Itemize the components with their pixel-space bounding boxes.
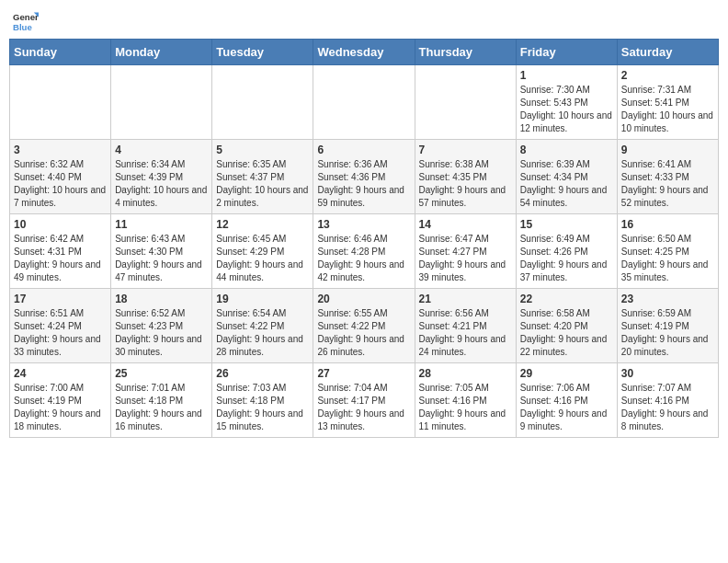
day-number: 30 — [621, 367, 714, 380]
calendar-cell: 8Sunrise: 6:39 AM Sunset: 4:34 PM Daylig… — [516, 140, 617, 214]
calendar-cell: 1Sunrise: 7:30 AM Sunset: 5:43 PM Daylig… — [516, 65, 617, 140]
day-info: Sunrise: 6:34 AM Sunset: 4:39 PM Dayligh… — [115, 158, 208, 210]
day-number: 20 — [317, 293, 410, 305]
day-info: Sunrise: 6:39 AM Sunset: 4:34 PM Dayligh… — [520, 158, 613, 210]
calendar-cell: 5Sunrise: 6:35 AM Sunset: 4:37 PM Daylig… — [212, 140, 313, 214]
calendar-cell: 9Sunrise: 6:41 AM Sunset: 4:33 PM Daylig… — [617, 140, 718, 214]
day-number: 11 — [115, 218, 208, 231]
calendar-table: SundayMondayTuesdayWednesdayThursdayFrid… — [9, 39, 719, 438]
day-number: 17 — [14, 293, 107, 305]
calendar-cell — [212, 65, 313, 140]
calendar-week-row: 24Sunrise: 7:00 AM Sunset: 4:19 PM Dayli… — [10, 363, 719, 438]
calendar-cell: 7Sunrise: 6:38 AM Sunset: 4:35 PM Daylig… — [415, 140, 516, 214]
calendar-cell: 16Sunrise: 6:50 AM Sunset: 4:25 PM Dayli… — [617, 214, 718, 289]
day-of-week-header: Thursday — [415, 40, 516, 65]
calendar-cell: 18Sunrise: 6:52 AM Sunset: 4:23 PM Dayli… — [111, 289, 212, 363]
day-number: 26 — [216, 367, 309, 380]
calendar-cell: 25Sunrise: 7:01 AM Sunset: 4:18 PM Dayli… — [111, 363, 212, 438]
day-info: Sunrise: 7:00 AM Sunset: 4:19 PM Dayligh… — [14, 382, 107, 433]
calendar-cell — [111, 65, 212, 140]
day-of-week-header: Tuesday — [212, 40, 313, 65]
day-of-week-header: Monday — [111, 40, 212, 65]
day-number: 1 — [520, 69, 613, 82]
calendar-cell: 13Sunrise: 6:46 AM Sunset: 4:28 PM Dayli… — [313, 214, 415, 289]
calendar-cell: 19Sunrise: 6:54 AM Sunset: 4:22 PM Dayli… — [212, 289, 313, 363]
svg-text:General: General — [13, 12, 39, 22]
day-number: 2 — [621, 69, 714, 82]
day-number: 27 — [317, 367, 410, 380]
calendar-cell: 3Sunrise: 6:32 AM Sunset: 4:40 PM Daylig… — [10, 140, 111, 214]
calendar-cell: 21Sunrise: 6:56 AM Sunset: 4:21 PM Dayli… — [415, 289, 516, 363]
day-info: Sunrise: 6:32 AM Sunset: 4:40 PM Dayligh… — [14, 158, 107, 210]
calendar-cell: 11Sunrise: 6:43 AM Sunset: 4:30 PM Dayli… — [111, 214, 212, 289]
calendar-cell — [10, 65, 111, 140]
day-number: 21 — [419, 293, 512, 305]
calendar-header-row: SundayMondayTuesdayWednesdayThursdayFrid… — [10, 40, 719, 65]
day-number: 28 — [419, 367, 512, 380]
day-number: 7 — [419, 144, 512, 156]
day-of-week-header: Wednesday — [313, 40, 415, 65]
calendar-cell — [415, 65, 516, 140]
day-info: Sunrise: 6:50 AM Sunset: 4:25 PM Dayligh… — [621, 233, 714, 284]
logo: General Blue — [13, 9, 39, 35]
day-info: Sunrise: 6:41 AM Sunset: 4:33 PM Dayligh… — [621, 158, 714, 210]
page-header: General Blue — [9, 9, 719, 35]
day-number: 14 — [419, 218, 512, 231]
day-number: 25 — [115, 367, 208, 380]
day-number: 29 — [520, 367, 613, 380]
day-number: 23 — [621, 293, 714, 305]
day-number: 15 — [520, 218, 613, 231]
day-number: 4 — [115, 144, 208, 156]
day-info: Sunrise: 7:03 AM Sunset: 4:18 PM Dayligh… — [216, 382, 309, 433]
day-info: Sunrise: 6:49 AM Sunset: 4:26 PM Dayligh… — [520, 233, 613, 284]
calendar-cell: 28Sunrise: 7:05 AM Sunset: 4:16 PM Dayli… — [415, 363, 516, 438]
calendar-cell: 27Sunrise: 7:04 AM Sunset: 4:17 PM Dayli… — [313, 363, 415, 438]
calendar-cell: 6Sunrise: 6:36 AM Sunset: 4:36 PM Daylig… — [313, 140, 415, 214]
day-info: Sunrise: 7:01 AM Sunset: 4:18 PM Dayligh… — [115, 382, 208, 433]
calendar-cell: 30Sunrise: 7:07 AM Sunset: 4:16 PM Dayli… — [617, 363, 718, 438]
day-number: 12 — [216, 218, 309, 231]
day-of-week-header: Saturday — [617, 40, 718, 65]
day-number: 6 — [317, 144, 410, 156]
day-info: Sunrise: 6:35 AM Sunset: 4:37 PM Dayligh… — [216, 158, 309, 210]
calendar-cell: 24Sunrise: 7:00 AM Sunset: 4:19 PM Dayli… — [10, 363, 111, 438]
day-number: 9 — [621, 144, 714, 156]
day-info: Sunrise: 6:36 AM Sunset: 4:36 PM Dayligh… — [317, 158, 410, 210]
day-info: Sunrise: 7:31 AM Sunset: 5:41 PM Dayligh… — [621, 84, 714, 135]
day-info: Sunrise: 6:42 AM Sunset: 4:31 PM Dayligh… — [14, 233, 107, 284]
day-info: Sunrise: 7:30 AM Sunset: 5:43 PM Dayligh… — [520, 84, 613, 135]
day-info: Sunrise: 6:47 AM Sunset: 4:27 PM Dayligh… — [419, 233, 512, 284]
day-number: 18 — [115, 293, 208, 305]
calendar-cell: 14Sunrise: 6:47 AM Sunset: 4:27 PM Dayli… — [415, 214, 516, 289]
day-of-week-header: Sunday — [10, 40, 111, 65]
day-number: 5 — [216, 144, 309, 156]
day-info: Sunrise: 6:54 AM Sunset: 4:22 PM Dayligh… — [216, 307, 309, 359]
calendar-week-row: 10Sunrise: 6:42 AM Sunset: 4:31 PM Dayli… — [10, 214, 719, 289]
calendar-cell: 2Sunrise: 7:31 AM Sunset: 5:41 PM Daylig… — [617, 65, 718, 140]
day-info: Sunrise: 6:51 AM Sunset: 4:24 PM Dayligh… — [14, 307, 107, 359]
day-number: 10 — [14, 218, 107, 231]
day-number: 22 — [520, 293, 613, 305]
calendar-week-row: 1Sunrise: 7:30 AM Sunset: 5:43 PM Daylig… — [10, 65, 719, 140]
day-info: Sunrise: 7:06 AM Sunset: 4:16 PM Dayligh… — [520, 382, 613, 433]
day-info: Sunrise: 6:46 AM Sunset: 4:28 PM Dayligh… — [317, 233, 410, 284]
day-number: 19 — [216, 293, 309, 305]
day-info: Sunrise: 6:38 AM Sunset: 4:35 PM Dayligh… — [419, 158, 512, 210]
calendar-cell: 10Sunrise: 6:42 AM Sunset: 4:31 PM Dayli… — [10, 214, 111, 289]
day-info: Sunrise: 7:04 AM Sunset: 4:17 PM Dayligh… — [317, 382, 410, 433]
calendar-cell: 15Sunrise: 6:49 AM Sunset: 4:26 PM Dayli… — [516, 214, 617, 289]
calendar-cell: 20Sunrise: 6:55 AM Sunset: 4:22 PM Dayli… — [313, 289, 415, 363]
day-info: Sunrise: 6:52 AM Sunset: 4:23 PM Dayligh… — [115, 307, 208, 359]
calendar-cell: 17Sunrise: 6:51 AM Sunset: 4:24 PM Dayli… — [10, 289, 111, 363]
day-info: Sunrise: 6:56 AM Sunset: 4:21 PM Dayligh… — [419, 307, 512, 359]
day-number: 24 — [14, 367, 107, 380]
day-info: Sunrise: 6:43 AM Sunset: 4:30 PM Dayligh… — [115, 233, 208, 284]
day-number: 16 — [621, 218, 714, 231]
calendar-cell: 22Sunrise: 6:58 AM Sunset: 4:20 PM Dayli… — [516, 289, 617, 363]
calendar-cell — [313, 65, 415, 140]
calendar-cell: 23Sunrise: 6:59 AM Sunset: 4:19 PM Dayli… — [617, 289, 718, 363]
day-info: Sunrise: 6:59 AM Sunset: 4:19 PM Dayligh… — [621, 307, 714, 359]
svg-text:Blue: Blue — [13, 22, 32, 32]
day-info: Sunrise: 6:45 AM Sunset: 4:29 PM Dayligh… — [216, 233, 309, 284]
logo-icon: General Blue — [13, 9, 39, 35]
